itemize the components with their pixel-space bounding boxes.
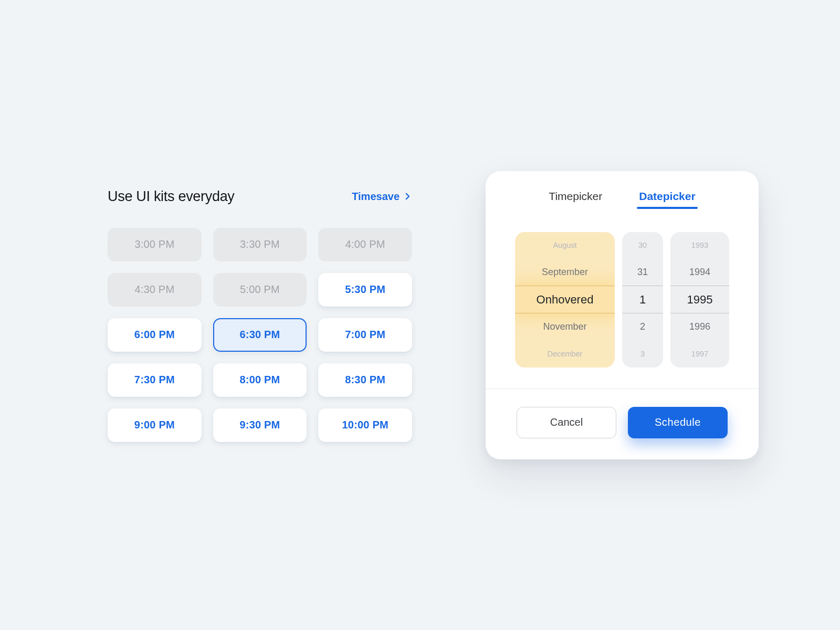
tab-timepicker[interactable]: Timepicker <box>549 190 602 209</box>
time-slot: 5:00 PM <box>213 273 307 307</box>
picker-tabs: Timepicker Datepicker <box>486 190 759 209</box>
month-wheel[interactable]: AugustSeptemberOnhoveredNovemberDecember <box>515 232 615 368</box>
wheel-row: November <box>515 313 615 340</box>
time-slot: 3:00 PM <box>108 228 202 261</box>
wheel-row: 30 <box>622 232 663 259</box>
time-panel-header: Use UI kits everyday Timesave <box>108 188 412 205</box>
time-slot: 3:30 PM <box>213 228 307 261</box>
schedule-button[interactable]: Schedule <box>628 407 728 438</box>
time-slot[interactable]: 8:00 PM <box>213 363 307 397</box>
chevron-right-icon <box>403 192 412 201</box>
wheel-row: 2 <box>622 313 663 340</box>
wheel-row: 1993 <box>670 232 729 259</box>
timesave-link-label: Timesave <box>352 191 400 203</box>
time-slot-grid: 3:00 PM3:30 PM4:00 PM4:30 PM5:00 PM5:30 … <box>108 228 412 442</box>
wheel-row: August <box>515 232 615 259</box>
wheel-row: Onhovered <box>515 286 615 313</box>
wheel-row: 3 <box>622 340 663 367</box>
time-slot[interactable]: 8:30 PM <box>318 363 412 397</box>
day-wheel[interactable]: 3031123 <box>622 232 663 368</box>
wheel-row: 1994 <box>670 259 729 286</box>
wheel-row: September <box>515 259 615 286</box>
time-slot[interactable]: 10:00 PM <box>318 408 412 442</box>
wheel-row: 1995 <box>670 286 729 313</box>
time-slot: 4:00 PM <box>318 228 412 261</box>
time-selection-panel: Use UI kits everyday Timesave 3:00 PM3:3… <box>108 188 412 442</box>
wheel-row: 1997 <box>670 340 729 367</box>
wheel-row: 31 <box>622 259 663 286</box>
time-slot[interactable]: 5:30 PM <box>318 273 412 307</box>
time-slot[interactable]: 9:30 PM <box>213 408 307 442</box>
timesave-link[interactable]: Timesave <box>352 191 412 203</box>
year-wheel[interactable]: 19931994199519961997 <box>670 232 729 368</box>
date-wheel-group: AugustSeptemberOnhoveredNovemberDecember… <box>486 209 759 388</box>
tab-datepicker[interactable]: Datepicker <box>639 190 695 209</box>
time-slot[interactable]: 6:00 PM <box>108 318 202 352</box>
time-slot[interactable]: 6:30 PM <box>213 318 307 352</box>
time-slot[interactable]: 7:00 PM <box>318 318 412 352</box>
time-slot: 4:30 PM <box>108 273 202 307</box>
datepicker-card: Timepicker Datepicker AugustSeptemberOnh… <box>486 171 759 459</box>
wheel-row: 1 <box>622 286 663 313</box>
time-slot[interactable]: 7:30 PM <box>108 363 202 397</box>
time-panel-title: Use UI kits everyday <box>108 188 235 205</box>
wheel-row: December <box>515 340 615 367</box>
cancel-button[interactable]: Cancel <box>517 407 616 438</box>
time-slot[interactable]: 9:00 PM <box>108 408 202 442</box>
card-actions: Cancel Schedule <box>486 389 759 438</box>
wheel-row: 1996 <box>670 313 729 340</box>
